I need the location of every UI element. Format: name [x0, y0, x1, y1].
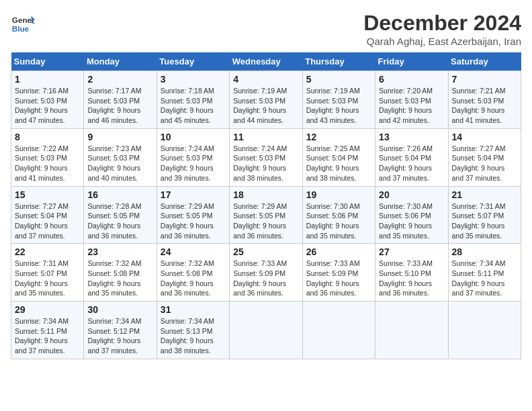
calendar-cell: 9Sunrise: 7:23 AM Sunset: 5:03 PM Daylig… [84, 128, 157, 186]
day-number: 21 [452, 189, 517, 200]
calendar-cell: 25Sunrise: 7:33 AM Sunset: 5:09 PM Dayli… [230, 244, 302, 302]
day-number: 22 [15, 246, 80, 257]
calendar-cell [375, 302, 448, 359]
day-number: 9 [87, 132, 152, 142]
day-info: Sunrise: 7:30 AM Sunset: 5:06 PM Dayligh… [379, 201, 444, 241]
day-number: 27 [379, 246, 444, 257]
calendar-week-row: 29Sunrise: 7:34 AM Sunset: 5:11 PM Dayli… [11, 302, 521, 359]
day-header-tuesday: Tuesday [157, 52, 229, 71]
logo: General Blue [11, 11, 35, 35]
day-number: 12 [306, 132, 371, 142]
page-title: December 2024 [363, 11, 521, 36]
calendar-cell: 7Sunrise: 7:21 AM Sunset: 5:03 PM Daylig… [448, 71, 521, 129]
header: General Blue December 2024 Qarah Aghaj, … [11, 11, 521, 47]
day-number: 10 [161, 132, 226, 142]
day-info: Sunrise: 7:23 AM Sunset: 5:03 PM Dayligh… [87, 144, 152, 183]
calendar-cell: 19Sunrise: 7:30 AM Sunset: 5:06 PM Dayli… [302, 186, 375, 244]
calendar-cell: 27Sunrise: 7:33 AM Sunset: 5:10 PM Dayli… [375, 244, 448, 302]
calendar-cell: 28Sunrise: 7:34 AM Sunset: 5:11 PM Dayli… [448, 244, 521, 302]
day-header-saturday: Saturday [448, 52, 521, 71]
day-info: Sunrise: 7:34 AM Sunset: 5:12 PM Dayligh… [87, 316, 152, 356]
days-header-row: SundayMondayTuesdayWednesdayThursdayFrid… [11, 52, 521, 71]
calendar-cell: 8Sunrise: 7:22 AM Sunset: 5:03 PM Daylig… [11, 128, 84, 186]
calendar-week-row: 22Sunrise: 7:31 AM Sunset: 5:07 PM Dayli… [11, 244, 521, 302]
calendar-cell: 5Sunrise: 7:19 AM Sunset: 5:03 PM Daylig… [302, 71, 375, 129]
calendar-week-row: 8Sunrise: 7:22 AM Sunset: 5:03 PM Daylig… [11, 128, 521, 186]
calendar-cell: 15Sunrise: 7:27 AM Sunset: 5:04 PM Dayli… [11, 186, 84, 244]
day-number: 20 [379, 189, 444, 200]
calendar-cell: 24Sunrise: 7:32 AM Sunset: 5:08 PM Dayli… [157, 244, 229, 302]
day-number: 19 [306, 189, 371, 200]
day-number: 4 [233, 74, 298, 85]
calendar-cell: 23Sunrise: 7:32 AM Sunset: 5:08 PM Dayli… [84, 244, 157, 302]
day-number: 17 [161, 189, 226, 200]
calendar-cell: 16Sunrise: 7:28 AM Sunset: 5:05 PM Dayli… [84, 186, 157, 244]
day-info: Sunrise: 7:34 AM Sunset: 5:11 PM Dayligh… [15, 316, 80, 356]
day-number: 23 [87, 246, 152, 257]
day-number: 31 [161, 304, 226, 315]
day-header-wednesday: Wednesday [230, 52, 302, 71]
day-info: Sunrise: 7:29 AM Sunset: 5:05 PM Dayligh… [233, 201, 298, 241]
calendar-cell: 21Sunrise: 7:31 AM Sunset: 5:07 PM Dayli… [448, 186, 521, 244]
day-info: Sunrise: 7:33 AM Sunset: 5:09 PM Dayligh… [233, 259, 298, 298]
day-number: 25 [233, 246, 298, 257]
calendar-cell: 30Sunrise: 7:34 AM Sunset: 5:12 PM Dayli… [84, 302, 157, 359]
calendar-cell: 18Sunrise: 7:29 AM Sunset: 5:05 PM Dayli… [230, 186, 302, 244]
calendar-cell: 13Sunrise: 7:26 AM Sunset: 5:04 PM Dayli… [375, 128, 448, 186]
calendar-cell [302, 302, 375, 359]
page-subtitle: Qarah Aghaj, East Azerbaijan, Iran [363, 36, 521, 47]
day-number: 16 [87, 189, 152, 200]
day-info: Sunrise: 7:24 AM Sunset: 5:03 PM Dayligh… [233, 144, 298, 183]
calendar-week-row: 15Sunrise: 7:27 AM Sunset: 5:04 PM Dayli… [11, 186, 521, 244]
calendar-cell: 12Sunrise: 7:25 AM Sunset: 5:04 PM Dayli… [302, 128, 375, 186]
day-number: 3 [161, 74, 226, 85]
day-info: Sunrise: 7:33 AM Sunset: 5:09 PM Dayligh… [306, 259, 371, 298]
day-number: 28 [452, 246, 517, 257]
day-info: Sunrise: 7:31 AM Sunset: 5:07 PM Dayligh… [452, 201, 517, 241]
day-number: 8 [15, 132, 80, 142]
day-info: Sunrise: 7:19 AM Sunset: 5:03 PM Dayligh… [306, 86, 371, 126]
day-number: 29 [15, 304, 80, 315]
calendar-cell [448, 302, 521, 359]
day-number: 5 [306, 74, 371, 85]
calendar-table: SundayMondayTuesdayWednesdayThursdayFrid… [11, 52, 521, 359]
calendar-cell [230, 302, 302, 359]
calendar-cell: 6Sunrise: 7:20 AM Sunset: 5:03 PM Daylig… [375, 71, 448, 129]
day-info: Sunrise: 7:19 AM Sunset: 5:03 PM Dayligh… [233, 86, 298, 126]
day-info: Sunrise: 7:20 AM Sunset: 5:03 PM Dayligh… [379, 86, 444, 126]
day-info: Sunrise: 7:32 AM Sunset: 5:08 PM Dayligh… [87, 259, 152, 298]
logo-icon: General Blue [11, 11, 35, 35]
day-header-monday: Monday [84, 52, 157, 71]
day-number: 2 [87, 74, 152, 85]
day-info: Sunrise: 7:30 AM Sunset: 5:06 PM Dayligh… [306, 201, 371, 241]
svg-text:Blue: Blue [12, 24, 30, 33]
day-number: 26 [306, 246, 371, 257]
calendar-cell: 14Sunrise: 7:27 AM Sunset: 5:04 PM Dayli… [448, 128, 521, 186]
calendar-cell: 3Sunrise: 7:18 AM Sunset: 5:03 PM Daylig… [157, 71, 229, 129]
day-info: Sunrise: 7:22 AM Sunset: 5:03 PM Dayligh… [15, 144, 80, 183]
calendar-cell: 2Sunrise: 7:17 AM Sunset: 5:03 PM Daylig… [84, 71, 157, 129]
day-number: 15 [15, 189, 80, 200]
day-info: Sunrise: 7:21 AM Sunset: 5:03 PM Dayligh… [452, 86, 517, 126]
day-info: Sunrise: 7:16 AM Sunset: 5:03 PM Dayligh… [15, 86, 80, 126]
calendar-cell: 31Sunrise: 7:34 AM Sunset: 5:13 PM Dayli… [157, 302, 229, 359]
day-info: Sunrise: 7:34 AM Sunset: 5:11 PM Dayligh… [452, 259, 517, 298]
day-number: 24 [161, 246, 226, 257]
day-header-friday: Friday [375, 52, 448, 71]
day-info: Sunrise: 7:31 AM Sunset: 5:07 PM Dayligh… [15, 259, 80, 298]
day-number: 1 [15, 74, 80, 85]
day-info: Sunrise: 7:18 AM Sunset: 5:03 PM Dayligh… [161, 86, 226, 126]
day-header-thursday: Thursday [302, 52, 375, 71]
calendar-cell: 26Sunrise: 7:33 AM Sunset: 5:09 PM Dayli… [302, 244, 375, 302]
day-info: Sunrise: 7:29 AM Sunset: 5:05 PM Dayligh… [161, 201, 226, 241]
calendar-cell: 4Sunrise: 7:19 AM Sunset: 5:03 PM Daylig… [230, 71, 302, 129]
calendar-cell: 29Sunrise: 7:34 AM Sunset: 5:11 PM Dayli… [11, 302, 84, 359]
calendar-cell: 20Sunrise: 7:30 AM Sunset: 5:06 PM Dayli… [375, 186, 448, 244]
calendar-cell: 22Sunrise: 7:31 AM Sunset: 5:07 PM Dayli… [11, 244, 84, 302]
calendar-cell: 17Sunrise: 7:29 AM Sunset: 5:05 PM Dayli… [157, 186, 229, 244]
day-info: Sunrise: 7:34 AM Sunset: 5:13 PM Dayligh… [161, 316, 226, 356]
day-info: Sunrise: 7:33 AM Sunset: 5:10 PM Dayligh… [379, 259, 444, 298]
day-number: 30 [87, 304, 152, 315]
day-header-sunday: Sunday [11, 52, 84, 71]
day-number: 18 [233, 189, 298, 200]
